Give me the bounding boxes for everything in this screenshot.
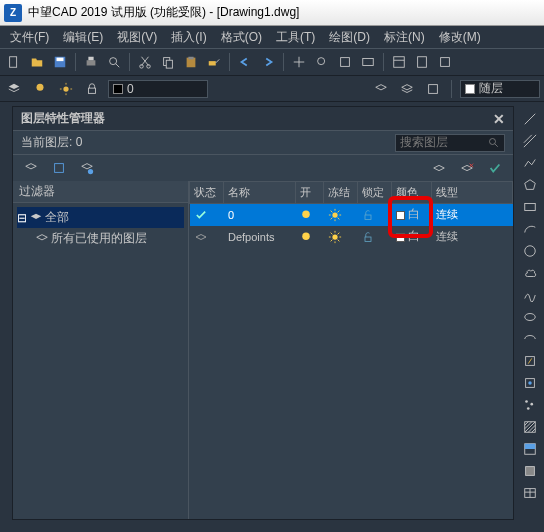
svg-point-14	[318, 58, 325, 65]
set-current-button[interactable]	[485, 158, 505, 178]
svg-point-46	[302, 232, 310, 240]
col-on[interactable]: 开	[296, 182, 324, 204]
svg-point-5	[110, 58, 117, 65]
redo-button[interactable]	[258, 52, 278, 72]
copy-button[interactable]	[158, 52, 178, 72]
color-swatch[interactable]	[396, 233, 405, 242]
layer-toolbar: 0 随层	[0, 76, 544, 102]
rect-button[interactable]	[521, 198, 539, 216]
table-row[interactable]: Defpoints 白 连续	[190, 226, 513, 248]
block-button[interactable]	[435, 52, 455, 72]
svg-line-42	[338, 217, 340, 219]
menu-dim[interactable]: 标注(N)	[378, 27, 431, 48]
table-row[interactable]: 0 白 连续	[190, 204, 513, 226]
point-button[interactable]	[521, 396, 539, 414]
hatch-button[interactable]	[521, 418, 539, 436]
save-button[interactable]	[50, 52, 70, 72]
current-layer-label: 当前图层: 0	[21, 134, 82, 151]
layer-mgr-button[interactable]	[4, 79, 24, 99]
col-color[interactable]: 颜色	[392, 182, 432, 204]
arc-button[interactable]	[521, 220, 539, 238]
revcloud-button[interactable]	[521, 264, 539, 282]
region-button[interactable]	[521, 462, 539, 480]
col-linetype[interactable]: 线型	[432, 182, 513, 204]
calc-button[interactable]	[412, 52, 432, 72]
menu-tool[interactable]: 工具(T)	[270, 27, 321, 48]
layerstate2-button[interactable]	[397, 79, 417, 99]
print-button[interactable]	[81, 52, 101, 72]
cell-linetype: 连续	[432, 204, 513, 226]
svg-rect-16	[363, 59, 374, 66]
svg-point-63	[525, 314, 536, 321]
bulb-on-icon[interactable]	[300, 209, 312, 221]
undo-button[interactable]	[235, 52, 255, 72]
cut-button[interactable]	[135, 52, 155, 72]
color-combo[interactable]: 随层	[460, 80, 540, 98]
menu-modify[interactable]: 修改(M)	[433, 27, 487, 48]
insert-button[interactable]	[521, 352, 539, 370]
layerstate1-button[interactable]	[371, 79, 391, 99]
polygon-button[interactable]	[521, 176, 539, 194]
svg-point-21	[37, 83, 44, 90]
del-layer-button[interactable]	[457, 158, 477, 178]
search-icon	[488, 137, 500, 149]
ellipsearc-button[interactable]	[521, 330, 539, 348]
svg-rect-72	[525, 444, 536, 449]
new-button[interactable]	[4, 52, 24, 72]
menu-view[interactable]: 视图(V)	[111, 27, 163, 48]
col-freeze[interactable]: 冻结	[324, 182, 358, 204]
layer-combo[interactable]: 0	[108, 80, 208, 98]
tree-node-all[interactable]: ⊟ 全部	[17, 207, 184, 228]
ellipse-button[interactable]	[521, 308, 539, 326]
new-filter-button[interactable]	[21, 158, 41, 178]
zoom-ext-button[interactable]	[335, 52, 355, 72]
menu-format[interactable]: 格式(O)	[215, 27, 268, 48]
state-button[interactable]	[77, 158, 97, 178]
unlock-icon[interactable]	[362, 231, 374, 243]
bulb-on-icon[interactable]	[300, 231, 312, 243]
line-button[interactable]	[521, 110, 539, 128]
menu-draw[interactable]: 绘图(D)	[323, 27, 376, 48]
block-button[interactable]	[521, 374, 539, 392]
sun-icon[interactable]	[328, 230, 342, 244]
table-button[interactable]	[521, 484, 539, 502]
unlock-icon[interactable]	[362, 209, 374, 221]
zoom-button[interactable]	[312, 52, 332, 72]
close-icon[interactable]: ✕	[493, 111, 505, 127]
bulb-icon[interactable]	[30, 79, 50, 99]
gradient-button[interactable]	[521, 440, 539, 458]
xline-button[interactable]	[521, 132, 539, 150]
spline-button[interactable]	[521, 286, 539, 304]
col-state[interactable]: 状态	[190, 182, 224, 204]
color-swatch[interactable]	[396, 211, 405, 220]
col-name[interactable]: 名称	[224, 182, 296, 204]
lpm-titlebar[interactable]: 图层特性管理器 ✕	[13, 107, 513, 131]
svg-line-44	[331, 217, 333, 219]
props-button[interactable]	[389, 52, 409, 72]
pline-button[interactable]	[521, 154, 539, 172]
menu-edit[interactable]: 编辑(E)	[57, 27, 109, 48]
search-input[interactable]: 搜索图层	[395, 134, 505, 152]
paste-button[interactable]	[181, 52, 201, 72]
preview-button[interactable]	[104, 52, 124, 72]
menu-file[interactable]: 文件(F)	[4, 27, 55, 48]
menu-insert[interactable]: 插入(I)	[165, 27, 212, 48]
circle-button[interactable]	[521, 242, 539, 260]
new-layer-button[interactable]	[429, 158, 449, 178]
lock-icon[interactable]	[82, 79, 102, 99]
sun-icon[interactable]	[328, 208, 342, 222]
open-button[interactable]	[27, 52, 47, 72]
svg-line-52	[331, 232, 333, 234]
tree-node-used[interactable]: 所有已使用的图层	[17, 228, 184, 249]
svg-point-66	[528, 381, 532, 385]
new-group-button[interactable]	[49, 158, 69, 178]
match-button[interactable]	[204, 52, 224, 72]
zoom-win-button[interactable]	[358, 52, 378, 72]
svg-point-36	[332, 212, 337, 217]
layerstate3-button[interactable]	[423, 79, 443, 99]
pan-button[interactable]	[289, 52, 309, 72]
search-placeholder: 搜索图层	[400, 134, 484, 151]
sun-icon[interactable]	[56, 79, 76, 99]
col-lock[interactable]: 锁定	[358, 182, 392, 204]
cell-name: 0	[224, 204, 296, 226]
